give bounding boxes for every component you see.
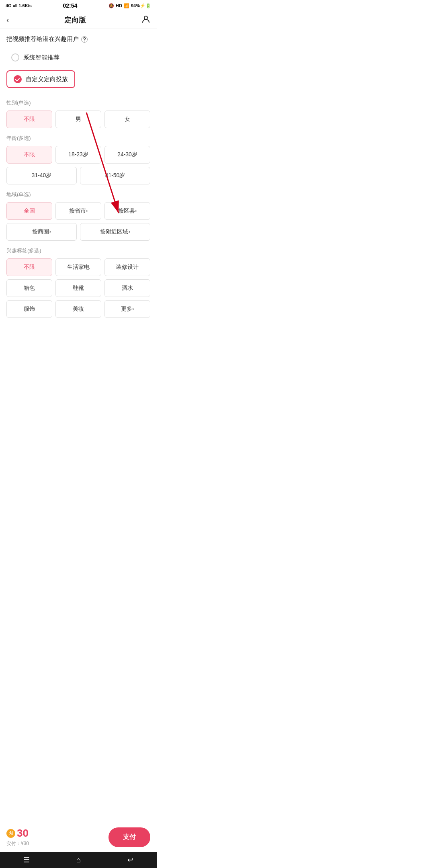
gender-btn-female[interactable]: 女 <box>104 111 150 128</box>
region-btn-district[interactable]: 按区县› <box>104 202 150 220</box>
region-grid-row2: 按商圈› 按附近区域› <box>6 223 150 241</box>
gender-btn-male[interactable]: 男 <box>55 111 101 128</box>
region-btn-business[interactable]: 按商圈› <box>6 223 77 241</box>
interest-title: 兴趣标签(多选) <box>6 247 150 254</box>
interest-grid-row3: 服饰 美妆 更多› <box>6 300 150 318</box>
profile-button[interactable] <box>141 14 150 25</box>
back-button[interactable]: ‹ <box>6 15 9 25</box>
radio-option-1[interactable]: 系统智能推荐 <box>6 49 150 66</box>
interest-grid-row1: 不限 生活家电 装修设计 <box>6 258 150 276</box>
age-btn-18-23[interactable]: 18-23岁 <box>55 146 101 164</box>
gender-grid: 不限 男 女 <box>6 111 150 128</box>
interest-btn-bag[interactable]: 箱包 <box>6 279 52 297</box>
page-title: 定向版 <box>64 15 86 25</box>
header-row: 把视频推荐给潜在兴趣用户 ? <box>6 35 150 43</box>
interest-btn-clothing[interactable]: 服饰 <box>6 300 52 318</box>
region-grid-row1: 全国 按省市› 按区县› <box>6 202 150 220</box>
top-nav: ‹ 定向版 <box>0 11 157 29</box>
header-text: 把视频推荐给潜在兴趣用户 <box>6 35 79 43</box>
region-btn-nearby[interactable]: 按附近区域› <box>80 223 150 241</box>
age-btn-41-50[interactable]: 41-50岁 <box>80 167 150 184</box>
interest-btn-decor[interactable]: 装修设计 <box>104 258 150 276</box>
gender-section: 性别(单选) 不限 男 女 <box>6 99 150 128</box>
interest-btn-shoes[interactable]: 鞋靴 <box>55 279 101 297</box>
interest-btn-more[interactable]: 更多› <box>104 300 150 318</box>
radio-circle-1 <box>11 53 19 61</box>
region-title: 地域(单选) <box>6 191 150 198</box>
wifi-icon: 📶 <box>124 3 129 8</box>
gender-title: 性别(单选) <box>6 99 150 106</box>
interest-btn-unlimited[interactable]: 不限 <box>6 258 52 276</box>
region-section: 地域(单选) 全国 按省市› 按区县› 按商圈› 按附近区域› <box>6 191 150 241</box>
time-label: 02:54 <box>63 2 78 9</box>
interest-btn-appliance[interactable]: 生活家电 <box>55 258 101 276</box>
status-left: 4G ull 1.6K/s <box>6 3 32 8</box>
age-btn-unlimited[interactable]: 不限 <box>6 146 52 164</box>
battery-label: 94%⚡🔋 <box>131 3 151 8</box>
alarm-icon: 🔕 <box>108 3 114 8</box>
region-btn-all[interactable]: 全国 <box>6 202 52 220</box>
svg-point-0 <box>144 16 147 19</box>
interest-btn-makeup[interactable]: 美妆 <box>55 300 101 318</box>
help-icon[interactable]: ? <box>81 36 88 43</box>
radio-circle-2 <box>14 75 22 83</box>
age-section: 年龄(多选) 不限 18-23岁 24-30岁 31-40岁 41-50岁 <box>6 135 150 184</box>
status-right: 🔕 HD 📶 94%⚡🔋 <box>108 3 151 8</box>
age-title: 年龄(多选) <box>6 135 150 142</box>
age-grid-row2: 31-40岁 41-50岁 <box>6 167 150 184</box>
hd-label: HD <box>116 3 122 8</box>
signal-bars: ull <box>13 4 18 8</box>
interest-btn-wine[interactable]: 酒水 <box>104 279 150 297</box>
status-bar: 4G ull 1.6K/s 02:54 🔕 HD 📶 94%⚡🔋 <box>0 0 157 11</box>
radio-label-1: 系统智能推荐 <box>23 54 59 61</box>
radio-label-2: 自定义定向投放 <box>26 76 68 83</box>
age-grid-row1: 不限 18-23岁 24-30岁 <box>6 146 150 164</box>
main-content: 把视频推荐给潜在兴趣用户 ? 系统智能推荐 自定义定向投放 性别(单选) 不限 … <box>0 29 157 364</box>
radio-option-2[interactable]: 自定义定向投放 <box>6 70 75 88</box>
gender-btn-unlimited[interactable]: 不限 <box>6 111 52 128</box>
interest-grid-row2: 箱包 鞋靴 酒水 <box>6 279 150 297</box>
age-btn-31-40[interactable]: 31-40岁 <box>6 167 77 184</box>
speed-label: 1.6K/s <box>18 3 31 8</box>
signal-label: 4G <box>6 3 12 8</box>
region-btn-province[interactable]: 按省市› <box>55 202 101 220</box>
age-btn-24-30[interactable]: 24-30岁 <box>104 146 150 164</box>
interest-section: 兴趣标签(多选) 不限 生活家电 装修设计 箱包 鞋靴 酒水 服饰 美妆 更多› <box>6 247 150 318</box>
